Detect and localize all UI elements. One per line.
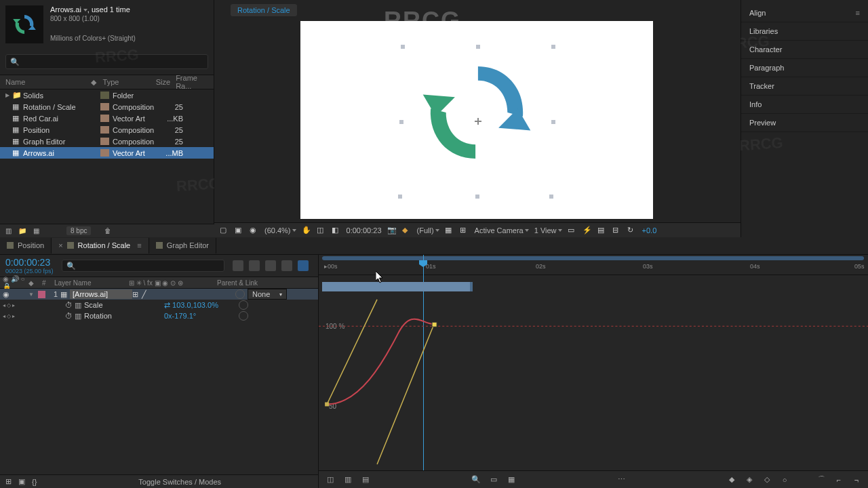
current-time-display[interactable]: 0:00:00:23 xyxy=(5,257,54,268)
col-size[interactable]: Size xyxy=(150,78,176,86)
project-columns-header[interactable]: Name ◆ Type Size Frame Ra... xyxy=(0,75,214,89)
guides-icon[interactable]: ▦ xyxy=(445,226,454,235)
auto-zoom-icon[interactable]: ▦ xyxy=(505,475,517,484)
crop-icon[interactable]: ◧ xyxy=(332,226,341,235)
viewer-comp-tab[interactable]: Rotation / Scale xyxy=(231,4,297,16)
next-keyframe-icon[interactable]: ▸ xyxy=(12,313,15,319)
property-row[interactable]: ◂◇▸⏱▥Rotation0x-179.1° xyxy=(0,310,318,321)
graph-show-icon[interactable]: ▥ xyxy=(75,312,84,321)
add-keyframe-icon[interactable]: ◇ xyxy=(7,313,11,319)
project-search-input[interactable]: 🔍 xyxy=(5,54,208,69)
pickwhip-icon[interactable] xyxy=(239,300,248,310)
next-keyframe-icon[interactable]: ▸ xyxy=(12,302,15,308)
side-panel-libraries[interactable]: Libraries xyxy=(741,22,868,41)
project-item[interactable]: ▶📁SolidsFolder xyxy=(0,89,214,101)
timeline-tab[interactable]: ×Rotation / Scale≡ xyxy=(52,238,149,253)
col-parent[interactable]: Parent & Link xyxy=(217,279,279,287)
project-item[interactable]: ▦Red Car.aiVector Art...KB xyxy=(0,113,214,124)
property-row[interactable]: ◂◇▸⏱▥Scale⇄ 103.0,103.0% xyxy=(0,300,318,310)
project-item[interactable]: ▦Arrows.aiVector Art...MB xyxy=(0,147,214,159)
pickwhip-icon[interactable] xyxy=(235,289,245,299)
arrows-artwork[interactable] xyxy=(419,55,534,170)
shy-toggle-icon[interactable] xyxy=(233,260,243,271)
project-item[interactable]: ▦Graph EditorComposition25 xyxy=(0,136,214,147)
views-dropdown[interactable]: 1 View xyxy=(534,226,562,235)
show-props-icon[interactable]: ▥ xyxy=(342,475,354,484)
side-panel-align[interactable]: Align≡ xyxy=(741,4,868,22)
easy-ease-icon[interactable]: ⌒ xyxy=(815,474,827,485)
exposure-value[interactable]: +0.0 xyxy=(642,226,657,235)
col-framerate[interactable]: Frame Ra... xyxy=(176,74,208,90)
pickwhip-icon[interactable] xyxy=(239,311,248,321)
grid-icon[interactable]: ⊞ xyxy=(460,226,469,235)
brainstorm-icon[interactable]: {} xyxy=(32,478,37,486)
fast-preview-icon[interactable]: ⚡ xyxy=(583,226,592,235)
fit-all-icon[interactable]: ▭ xyxy=(488,475,500,484)
layer-color-label[interactable] xyxy=(38,291,45,298)
flowchart-icon[interactable]: ⊟ xyxy=(612,226,622,235)
quality-icon[interactable]: ╱ xyxy=(142,290,150,298)
composition-canvas[interactable] xyxy=(300,21,653,219)
pixel-aspect-icon[interactable]: ▭ xyxy=(568,226,577,235)
timeline-tab[interactable]: Position xyxy=(0,238,52,253)
trash-icon[interactable]: 🗑 xyxy=(104,227,111,235)
side-panel-tracker[interactable]: Tracker xyxy=(741,77,868,96)
project-item[interactable]: ▦PositionComposition25 xyxy=(0,124,214,136)
resolution-dropdown[interactable]: (Full) xyxy=(417,226,439,235)
col-name[interactable]: Name xyxy=(5,78,91,86)
collapse-transforms-icon[interactable]: ⊞ xyxy=(132,290,140,298)
visibility-eye-icon[interactable]: ◉ xyxy=(3,290,11,299)
channel-icon[interactable]: ◆ xyxy=(402,226,412,235)
snapshot-icon[interactable]: 📷 xyxy=(387,226,397,235)
toggle-transparency-icon[interactable]: ▣ xyxy=(235,226,244,235)
fit-selection-icon[interactable]: 🔍 xyxy=(470,475,482,484)
edit-keyframe-icon[interactable]: ◆ xyxy=(726,475,738,484)
graph-show-icon[interactable]: ▥ xyxy=(75,301,84,310)
layer-twirl-icon[interactable]: ▼ xyxy=(28,291,35,298)
hand-icon[interactable]: ✋ xyxy=(302,226,311,235)
col-index[interactable]: # xyxy=(42,279,54,287)
easy-ease-in-icon[interactable]: ⌐ xyxy=(833,476,845,484)
render-queue-icon[interactable]: ▣ xyxy=(18,477,25,486)
region-icon[interactable]: ◫ xyxy=(317,226,326,235)
stopwatch-icon[interactable]: ⏱ xyxy=(65,312,75,320)
property-value[interactable]: ⇄ 103.0,103.0% xyxy=(164,301,239,310)
zoom-dropdown[interactable]: (60.4%) xyxy=(264,226,296,235)
col-label[interactable]: ◆ xyxy=(91,78,102,87)
side-panel-info[interactable]: Info xyxy=(741,96,868,114)
toggle-mask-icon[interactable]: ◉ xyxy=(250,226,259,235)
graph-editor-panel[interactable]: ▸00s01s02s03s04s05s 100 % 50 ◫ ▥ xyxy=(319,255,868,488)
motion-blur-icon[interactable] xyxy=(281,260,292,271)
interpret-footage-icon[interactable]: ▥ xyxy=(5,227,12,235)
parent-dropdown[interactable]: None▾ xyxy=(248,289,287,300)
separate-dims-icon[interactable]: ⋯ xyxy=(615,475,627,484)
toggle-switches-button[interactable]: Toggle Switches / Modes xyxy=(138,478,221,486)
prev-keyframe-icon[interactable]: ◂ xyxy=(3,313,5,319)
layer-row[interactable]: ◉ ▼ 1 ▦ [Arrows.ai] ⊞╱ None▾ xyxy=(0,289,318,300)
graph-options-icon[interactable]: ▤ xyxy=(359,475,372,484)
toggle-alpha-icon[interactable]: ▢ xyxy=(220,226,229,235)
expand-icon[interactable]: ⊞ xyxy=(5,477,12,486)
easy-ease-out-icon[interactable]: ¬ xyxy=(850,476,863,484)
project-item[interactable]: ▦Rotation / ScaleComposition25 xyxy=(0,101,214,113)
frame-blend-icon[interactable] xyxy=(265,260,276,271)
layer-columns-header[interactable]: ◉ 🔊 ○ 🔒 ◆ # Layer Name ⊞ ✳ \ fx ▣ ◉ ⊙ ⊛ … xyxy=(0,277,318,289)
convert-auto-bezier-icon[interactable]: ○ xyxy=(778,476,791,484)
bit-depth-button[interactable]: 8 bpc xyxy=(66,226,91,235)
choose-graph-icon[interactable]: ◫ xyxy=(324,475,336,484)
time-ruler[interactable]: ▸00s01s02s03s04s05s xyxy=(319,255,868,275)
camera-dropdown[interactable]: Active Camera xyxy=(475,226,529,235)
side-panel-paragraph[interactable]: Paragraph xyxy=(741,59,868,77)
convert-hold-icon[interactable]: ◈ xyxy=(743,475,755,484)
graph-editor-toggle-icon[interactable] xyxy=(298,260,309,271)
convert-linear-icon[interactable]: ◇ xyxy=(761,475,773,484)
timeline-search-input[interactable]: 🔍 xyxy=(62,260,224,272)
timeline-tab[interactable]: Graph Editor xyxy=(149,238,216,253)
draft3d-icon[interactable] xyxy=(249,260,260,271)
new-folder-icon[interactable]: 📁 xyxy=(18,227,26,235)
timeline-icon[interactable]: ▤ xyxy=(597,226,607,235)
new-comp-icon[interactable]: ▦ xyxy=(33,227,39,235)
layer-name[interactable]: [Arrows.ai] xyxy=(70,289,132,299)
layer-duration-bar[interactable] xyxy=(322,282,471,291)
timecode-display[interactable]: 0:00:00:23 xyxy=(347,226,382,235)
